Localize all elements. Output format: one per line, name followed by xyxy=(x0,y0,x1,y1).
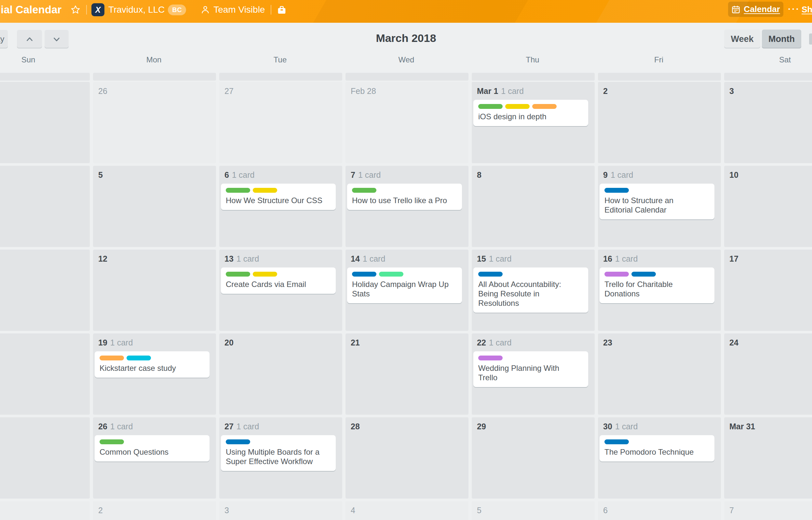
day-number: 13 xyxy=(224,254,233,263)
day-number-line: 5 xyxy=(98,170,216,180)
trello-card[interactable]: Kickstarter case study xyxy=(95,351,210,378)
day-cell-3[interactable]: 3 xyxy=(219,501,342,520)
day-number: 21 xyxy=(351,338,360,347)
card-title: Create Cards via Email xyxy=(226,280,331,289)
trello-card[interactable]: Create Cards via Email xyxy=(221,267,336,294)
week-row: 2627Feb 28Mar 11 cardiOS design in depth… xyxy=(0,82,812,163)
trello-card[interactable]: The Pomodoro Technique xyxy=(599,435,714,462)
day-cell-10[interactable]: 10 xyxy=(724,166,812,247)
day-cell-26[interactable]: 26 xyxy=(93,82,216,163)
month-view-button[interactable]: Month xyxy=(762,30,801,48)
day-cell-12[interactable]: 12 xyxy=(93,250,216,331)
label-pill-sky xyxy=(127,356,151,360)
day-number-line: 271 card xyxy=(224,422,342,431)
day-cell-8[interactable]: 8 xyxy=(472,166,595,247)
card-count: 1 card xyxy=(489,254,511,263)
day-cell-14[interactable]: 141 cardHoliday Campaign Wrap Up Stats xyxy=(345,250,468,331)
day-cell-24[interactable]: 24 xyxy=(724,334,812,415)
trello-card[interactable]: iOS design in depth xyxy=(473,100,588,126)
day-cell[interactable] xyxy=(0,82,90,163)
day-cell-15[interactable]: 151 cardAll About Accountability: Being … xyxy=(472,250,595,331)
day-cell[interactable] xyxy=(0,501,90,520)
day-cell[interactable] xyxy=(724,73,812,81)
card-count: 1 card xyxy=(363,254,385,263)
day-cell-20[interactable]: 20 xyxy=(219,334,342,415)
day-cell-6[interactable]: 61 cardHow We Structure Our CSS xyxy=(219,166,342,247)
trello-card[interactable]: Using Multiple Boards for a Super Effect… xyxy=(221,435,336,471)
day-number: 5 xyxy=(477,506,482,515)
day-cell-28[interactable]: 28 xyxy=(345,417,468,498)
day-number: 23 xyxy=(603,338,612,347)
day-number: 3 xyxy=(224,506,229,515)
label-pill-green xyxy=(478,104,502,109)
day-cell-5[interactable]: 5 xyxy=(472,501,595,520)
day-header-sun: Sun xyxy=(0,55,90,64)
day-cell[interactable] xyxy=(0,166,90,247)
day-number-line: 221 card xyxy=(477,338,595,347)
card-count: 1 card xyxy=(489,338,511,347)
org-name[interactable]: Travidux, LLC xyxy=(108,4,165,15)
day-number-line: 141 card xyxy=(351,254,468,264)
trello-card[interactable]: Wedding Planning With Trello xyxy=(473,351,588,387)
day-cell-2[interactable]: 2 xyxy=(598,82,721,163)
day-cell[interactable] xyxy=(219,73,342,81)
trello-card[interactable]: How We Structure Our CSS xyxy=(221,184,336,210)
day-number-line: 2 xyxy=(603,86,721,96)
day-cell[interactable] xyxy=(472,73,595,81)
card-labels xyxy=(100,356,205,360)
day-cell[interactable] xyxy=(598,73,721,81)
trello-card[interactable]: How to use Trello like a Pro xyxy=(347,184,462,210)
day-cell-17[interactable]: 17 xyxy=(724,250,812,331)
day-cell-13[interactable]: 131 cardCreate Cards via Email xyxy=(219,250,342,331)
label-pill-purple xyxy=(605,272,629,277)
day-cell-22[interactable]: 221 cardWedding Planning With Trello xyxy=(472,334,595,415)
day-cell-29[interactable]: 29 xyxy=(472,417,595,498)
week-row: 261 cardCommon Questions271 cardUsing Mu… xyxy=(0,417,812,498)
day-cell-mar-1[interactable]: Mar 11 cardiOS design in depth xyxy=(472,82,595,163)
day-cell-feb-28[interactable]: Feb 28 xyxy=(345,82,468,163)
day-cell[interactable] xyxy=(345,73,468,81)
day-cell-30[interactable]: 301 cardThe Pomodoro Technique xyxy=(598,417,721,498)
day-cell[interactable] xyxy=(0,73,90,81)
show-menu-link[interactable]: Sh xyxy=(802,4,812,15)
header-overflow-button[interactable]: ··· xyxy=(788,4,800,14)
trello-card[interactable]: All About Accountability: Being Resolute… xyxy=(473,267,588,313)
calendar-powerup-button[interactable]: Calendar xyxy=(728,2,783,17)
trello-card[interactable]: Trello for Charitable Donations xyxy=(599,267,714,303)
day-cell-23[interactable]: 23 xyxy=(598,334,721,415)
day-cell-27[interactable]: 271 cardUsing Multiple Boards for a Supe… xyxy=(219,417,342,498)
day-cell[interactable] xyxy=(0,334,90,415)
day-number: 30 xyxy=(603,422,612,431)
day-cell-3[interactable]: 3 xyxy=(724,82,812,163)
day-cell-26[interactable]: 261 cardCommon Questions xyxy=(93,417,216,498)
day-cell-27[interactable]: 27 xyxy=(219,82,342,163)
day-cell[interactable] xyxy=(0,250,90,331)
trello-card[interactable]: Common Questions xyxy=(95,435,210,462)
day-cell-6[interactable]: 6 xyxy=(598,501,721,520)
day-cell[interactable] xyxy=(0,417,90,498)
day-cell-21[interactable]: 21 xyxy=(345,334,468,415)
day-cell-4[interactable]: 4 xyxy=(345,501,468,520)
day-cell-19[interactable]: 191 cardKickstarter case study xyxy=(93,334,216,415)
week-view-button[interactable]: Week xyxy=(724,30,760,48)
org-avatar[interactable]: X xyxy=(92,3,104,16)
day-cell-mar-31[interactable]: Mar 31 xyxy=(724,417,812,498)
card-count: 1 card xyxy=(232,170,254,179)
day-cell-7[interactable]: 7 xyxy=(724,501,812,520)
day-cell-9[interactable]: 91 cardHow to Structure an Editorial Cal… xyxy=(598,166,721,247)
week-row: 12131 cardCreate Cards via Email141 card… xyxy=(0,250,812,331)
clipped-settings-button[interactable] xyxy=(809,33,812,45)
week-row: 561 cardHow We Structure Our CSS71 cardH… xyxy=(0,166,812,247)
day-cell-7[interactable]: 71 cardHow to use Trello like a Pro xyxy=(345,166,468,247)
briefcase-icon[interactable] xyxy=(276,4,287,15)
visibility-label[interactable]: Team Visible xyxy=(214,4,265,15)
day-cell-5[interactable]: 5 xyxy=(93,166,216,247)
day-cell-16[interactable]: 161 cardTrello for Charitable Donations xyxy=(598,250,721,331)
day-number: 2 xyxy=(603,86,608,96)
trello-card[interactable]: How to Structure an Editorial Calendar xyxy=(599,184,714,219)
star-icon[interactable] xyxy=(71,5,80,15)
board-title: ial Calendar xyxy=(1,4,61,16)
day-cell[interactable] xyxy=(93,73,216,81)
trello-card[interactable]: Holiday Campaign Wrap Up Stats xyxy=(347,267,462,303)
day-cell-2[interactable]: 2 xyxy=(93,501,216,520)
